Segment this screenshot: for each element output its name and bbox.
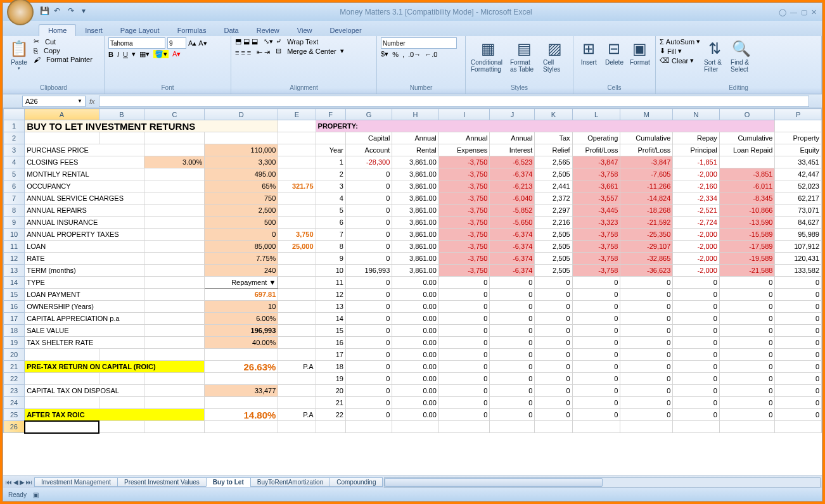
cell[interactable]: 3,861.00 xyxy=(392,156,438,168)
cell[interactable]: 0.00 xyxy=(392,301,438,313)
cell[interactable]: 0 xyxy=(719,409,775,421)
ribbon-tab-page-layout[interactable]: Page Layout xyxy=(112,25,169,36)
cell[interactable] xyxy=(719,156,775,168)
column-header[interactable]: C xyxy=(144,109,205,120)
cell[interactable]: Cumulative xyxy=(719,132,775,144)
cell[interactable]: -3,758 xyxy=(572,229,620,241)
cell[interactable]: 3.00% xyxy=(144,156,205,168)
cell[interactable] xyxy=(620,421,673,433)
align-middle-icon[interactable]: ⬓ xyxy=(243,37,250,46)
undo-icon[interactable]: ↶ xyxy=(54,6,65,18)
cell[interactable]: OCCUPANCY xyxy=(25,180,144,192)
cell[interactable]: 0 xyxy=(438,361,490,373)
cell[interactable]: 8 xyxy=(316,241,345,253)
cell[interactable]: PROPERTY: xyxy=(316,120,775,132)
cell[interactable]: -6,374 xyxy=(490,229,535,241)
sheet-tab[interactable]: Investment Management xyxy=(34,477,118,487)
cell[interactable]: -3,750 xyxy=(438,180,490,192)
cell[interactable]: 0 xyxy=(345,301,392,313)
cell[interactable]: 0 xyxy=(673,373,719,385)
cell[interactable] xyxy=(438,421,490,433)
cell[interactable]: AFTER TAX ROIC xyxy=(25,409,205,421)
cell[interactable]: 13 xyxy=(316,301,345,313)
cell[interactable]: 0 xyxy=(345,409,392,421)
cell[interactable]: 0 xyxy=(620,337,673,349)
cell[interactable]: 21 xyxy=(316,397,345,409)
cell[interactable]: 0 xyxy=(438,337,490,349)
cell[interactable]: 0 xyxy=(535,361,572,373)
row-header[interactable]: 1 xyxy=(4,120,25,132)
cell[interactable]: 42,447 xyxy=(775,168,822,180)
cell[interactable]: -3,758 xyxy=(572,241,620,253)
cell[interactable]: 196,993 xyxy=(345,265,392,277)
cell[interactable]: 0 xyxy=(345,277,392,289)
cell[interactable]: ANNUAL SERVICE CHARGES xyxy=(25,192,144,205)
cell[interactable]: 9 xyxy=(316,253,345,265)
cell[interactable]: CLOSING FEES xyxy=(25,156,144,168)
row-header[interactable]: 19 xyxy=(4,337,25,349)
cell[interactable]: 0 xyxy=(490,361,535,373)
grow-font-icon[interactable]: A▴ xyxy=(188,39,196,47)
align-bottom-icon[interactable]: ⬓ xyxy=(252,37,258,46)
cell[interactable]: 0 xyxy=(775,313,822,325)
cell[interactable]: TERM (months) xyxy=(25,265,144,277)
cell[interactable]: 7 xyxy=(316,229,345,241)
align-left-icon[interactable]: ≡ xyxy=(235,49,239,56)
row-header[interactable]: 10 xyxy=(4,229,25,241)
cell[interactable] xyxy=(775,421,822,433)
cell[interactable]: 2,505 xyxy=(535,265,572,277)
cell[interactable]: 0 xyxy=(719,277,775,289)
name-box[interactable]: A26▼ xyxy=(22,96,86,107)
cell[interactable]: CAPITAL TAX ON DISPOSAL xyxy=(25,385,144,397)
cell[interactable]: 0 xyxy=(345,325,392,337)
cell[interactable]: 16 xyxy=(316,337,345,349)
shrink-font-icon[interactable]: A▾ xyxy=(198,39,207,47)
cell[interactable]: -17,589 xyxy=(719,241,775,253)
cell[interactable]: 0 xyxy=(490,349,535,361)
cell[interactable]: PURCHASE PRICE xyxy=(25,144,144,156)
cell[interactable]: 0 xyxy=(438,373,490,385)
cell[interactable]: -3,750 xyxy=(438,168,490,180)
cell[interactable]: 0 xyxy=(719,385,775,397)
cell[interactable]: 0 xyxy=(775,349,822,361)
row-header[interactable]: 21 xyxy=(4,361,25,373)
column-header[interactable]: D xyxy=(205,109,278,120)
row-header[interactable]: 3 xyxy=(4,144,25,156)
cell[interactable]: 0 xyxy=(345,397,392,409)
cell[interactable]: 0 xyxy=(535,325,572,337)
cell[interactable]: -25,350 xyxy=(620,229,673,241)
cell[interactable]: 1 xyxy=(316,156,345,168)
row-header[interactable]: 20 xyxy=(4,349,25,361)
cell[interactable]: 0 xyxy=(719,289,775,301)
cell[interactable] xyxy=(345,421,392,433)
qat-dropdown-icon[interactable]: ▾ xyxy=(82,6,93,18)
cell[interactable]: 0 xyxy=(620,409,673,421)
row-header[interactable]: 22 xyxy=(4,373,25,385)
cell[interactable]: 0 xyxy=(620,361,673,373)
row-header[interactable]: 24 xyxy=(4,397,25,409)
column-header[interactable]: L xyxy=(572,109,620,120)
cell[interactable] xyxy=(392,421,438,433)
cell[interactable]: 3,300 xyxy=(205,156,278,168)
cell[interactable]: -3,557 xyxy=(572,192,620,205)
cell[interactable]: 0 xyxy=(345,192,392,205)
cell[interactable]: -3,750 xyxy=(438,229,490,241)
sort-filter-button[interactable]: ⇅Sort & Filter xyxy=(703,37,727,74)
cell[interactable]: -3,750 xyxy=(438,253,490,265)
sheet-tab[interactable]: Buy to Let xyxy=(206,477,251,487)
cell[interactable]: -6,523 xyxy=(490,156,535,168)
autosum-button[interactable]: Σ AutoSum▾ xyxy=(660,37,700,46)
bold-button[interactable]: B xyxy=(108,51,113,58)
align-right-icon[interactable]: ≡ xyxy=(247,49,251,56)
cell[interactable]: Capital xyxy=(345,132,392,144)
cell-dropdown[interactable]: Repayment ▼ xyxy=(205,277,278,289)
cell[interactable]: MONTHLY RENTAL xyxy=(25,168,144,180)
cell[interactable]: -21,592 xyxy=(620,217,673,229)
cell[interactable]: 0 xyxy=(438,397,490,409)
cell[interactable]: P.A xyxy=(278,409,316,421)
cell[interactable]: -5,852 xyxy=(490,205,535,217)
cell[interactable]: -2,000 xyxy=(673,253,719,265)
row-header[interactable]: 26 xyxy=(4,421,25,433)
column-header[interactable]: I xyxy=(438,109,490,120)
cell[interactable]: 0 xyxy=(572,385,620,397)
